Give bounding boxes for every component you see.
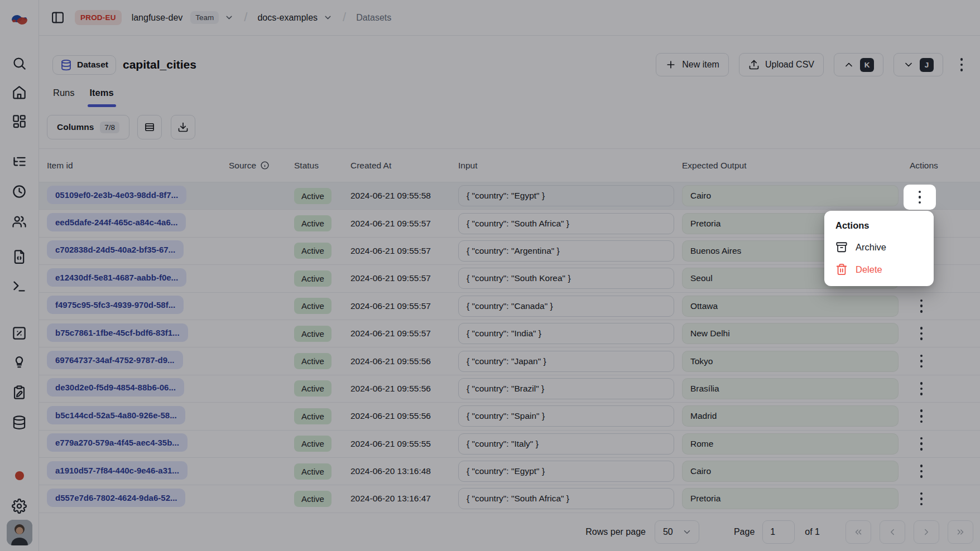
app-root: PROD-EU langfuse-dev Team / docs-example… (0, 0, 980, 551)
context-menu-title: Actions (829, 216, 929, 236)
archive-icon (835, 241, 848, 253)
menu-item-archive[interactable]: Archive (829, 236, 929, 258)
row-actions-kebab-button-open[interactable] (904, 185, 936, 210)
actions-context-menu: Actions Archive Delete (824, 211, 934, 286)
menu-item-delete[interactable]: Delete (829, 258, 929, 281)
trash-icon (835, 263, 848, 276)
